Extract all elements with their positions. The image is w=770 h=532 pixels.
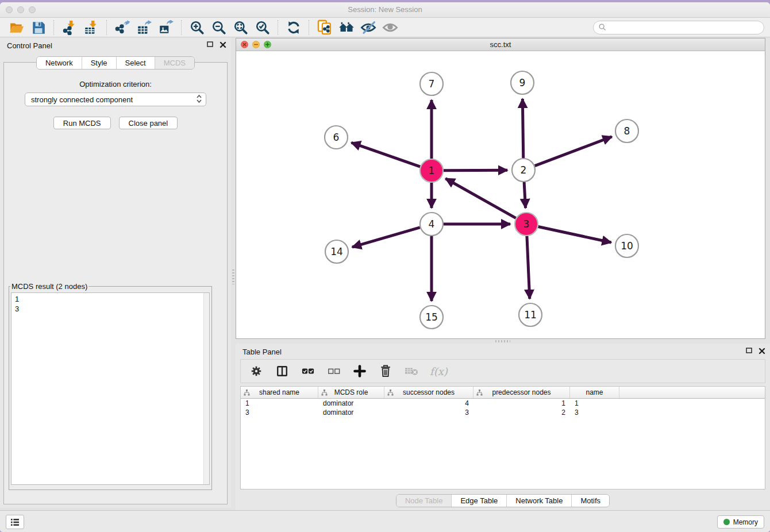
table-cell: dominator (318, 399, 384, 407)
close-panel-button[interactable]: Close panel (119, 117, 178, 129)
graph-edge-3-1[interactable] (445, 179, 515, 218)
main-toolbar (0, 18, 770, 37)
column-header-MCDS-role[interactable]: MCDS role (318, 387, 384, 398)
table-cell: dominator (318, 408, 384, 417)
graph-edge-3-10[interactable] (538, 226, 611, 242)
table-cell: 4 (384, 399, 473, 407)
splitter-grip[interactable] (495, 340, 510, 342)
save-session-icon[interactable] (28, 19, 49, 36)
columns-icon[interactable] (275, 364, 290, 379)
table-cell: 2 (473, 408, 570, 417)
zoom-out-icon[interactable] (208, 19, 230, 36)
graph-node-label: 15 (425, 311, 438, 323)
close-panel-icon[interactable] (759, 348, 765, 354)
graph-node-label: 8 (624, 125, 630, 137)
graph-node-label: 4 (429, 218, 435, 230)
result-scrollbar[interactable] (203, 293, 209, 484)
table-cell: 1 (473, 399, 570, 407)
zoom-in-icon[interactable] (186, 19, 208, 36)
table-cell: 1 (241, 399, 318, 407)
graph-edge-2-9[interactable] (522, 99, 523, 158)
graph-edge-1-6[interactable] (351, 142, 420, 167)
tab-network-table[interactable]: Network Table (506, 495, 571, 507)
network-canvas[interactable]: 7968124314101511 (236, 51, 765, 338)
main-titlebar: Session: New Session (0, 2, 770, 18)
zoom-fit-icon[interactable] (230, 19, 252, 36)
graph-node-label: 14 (330, 246, 343, 257)
horizontal-splitter[interactable] (236, 339, 770, 344)
column-header-predecessor-nodes[interactable]: predecessor nodes (473, 387, 570, 398)
memory-label: Memory (733, 518, 758, 526)
import-table-icon[interactable] (80, 19, 102, 36)
select-all-checkboxes-icon[interactable] (301, 364, 315, 379)
deselect-all-checkboxes-icon[interactable] (326, 364, 341, 379)
toolbar-separator (181, 20, 182, 35)
search-input[interactable] (593, 21, 764, 34)
clone-network-icon[interactable] (314, 19, 336, 36)
show-hidden-icon[interactable] (379, 19, 401, 36)
network-view-titlebar[interactable]: scc.txt (236, 38, 765, 51)
float-panel-icon[interactable] (746, 348, 753, 354)
tab-node-table[interactable]: Node Table (396, 495, 452, 507)
tab-mcds[interactable]: MCDS (155, 57, 194, 69)
tab-style[interactable]: Style (82, 57, 116, 69)
criterion-select[interactable]: strongly connected component (25, 92, 206, 106)
graph-node-label: 11 (524, 309, 537, 321)
splitter-grip[interactable] (232, 269, 234, 284)
add-column-icon[interactable] (352, 364, 367, 379)
refresh-view-icon[interactable] (283, 19, 305, 36)
table-cell: 3 (384, 408, 473, 417)
tab-select[interactable]: Select (116, 57, 155, 69)
tab-network[interactable]: Network (37, 57, 82, 69)
task-history-button[interactable] (6, 515, 24, 529)
column-header-successor-nodes[interactable]: successor nodes (384, 387, 473, 398)
delete-table-icon[interactable] (404, 364, 419, 379)
mcds-result-title: MCDS result (2 nodes) (10, 282, 88, 291)
close-panel-icon[interactable] (220, 41, 226, 48)
memory-button[interactable]: Memory (717, 515, 764, 529)
graph-node-label: 9 (519, 77, 526, 88)
open-session-icon[interactable] (6, 19, 28, 36)
table-row[interactable]: 3dominator323 (241, 408, 765, 417)
delete-column-icon[interactable] (378, 364, 393, 379)
export-image-icon[interactable] (155, 19, 177, 36)
graph-node-label: 10 (621, 240, 633, 252)
control-panel: Control Panel NetworkStyleSelectMCDS Opt… (0, 37, 231, 508)
table-panel-title: Table Panel (242, 348, 282, 356)
tab-edge-table[interactable]: Edge Table (451, 495, 506, 507)
mcds-result-textarea[interactable]: 13 (11, 292, 210, 485)
table-row[interactable]: 1dominator411 (241, 399, 765, 408)
graph-edge-2-3[interactable] (524, 182, 525, 208)
export-table-icon[interactable] (133, 19, 155, 36)
graph-edge-3-11[interactable] (527, 236, 530, 299)
mcds-panel: Optimization criterion: strongly connect… (3, 62, 228, 504)
table-cell: 3 (570, 408, 619, 417)
graph-edge-2-8[interactable] (535, 137, 612, 166)
toolbar-separator (309, 20, 310, 35)
function-builder-icon[interactable]: f(x) (430, 365, 448, 377)
app-window: Session: New Session (0, 2, 770, 532)
import-network-icon[interactable] (59, 19, 80, 36)
graph-edge-4-14[interactable] (352, 228, 420, 247)
tab-motifs[interactable]: Motifs (571, 495, 609, 507)
export-network-icon[interactable] (111, 19, 133, 36)
create-view-icon[interactable] (336, 19, 357, 36)
run-mcds-button[interactable]: Run MCDS (53, 117, 111, 129)
window-title: Session: New Session (0, 5, 770, 14)
float-panel-icon[interactable] (207, 41, 214, 48)
column-header-name[interactable]: name (570, 387, 619, 398)
toolbar-separator (278, 20, 279, 35)
graph-node-label: 6 (333, 132, 340, 143)
column-header-shared-name[interactable]: shared name (241, 387, 318, 398)
graph-edge-1-2[interactable] (444, 170, 507, 171)
table-cell: 1 (570, 399, 619, 407)
table-settings-icon[interactable] (249, 364, 264, 379)
network-view-title: scc.txt (236, 40, 765, 49)
table-panel: Table Panel (236, 344, 770, 510)
graph-node-label: 1 (429, 165, 435, 176)
control-panel-tabs: NetworkStyleSelectMCDS (36, 56, 195, 70)
hide-selected-icon[interactable] (357, 19, 379, 36)
vertical-splitter[interactable] (231, 37, 236, 508)
graph-node-label: 3 (523, 218, 530, 230)
zoom-selected-icon[interactable] (252, 19, 274, 36)
